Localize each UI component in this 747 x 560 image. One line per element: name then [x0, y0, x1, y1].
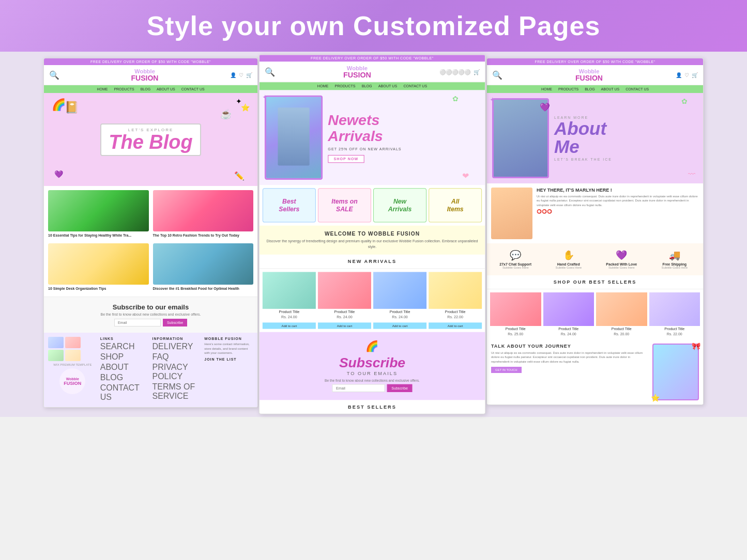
feature-love-sub: Subtitle Goes Here: [598, 266, 645, 269]
feature-shipping: 🚚 Free Shipping Subtitle Goes Here: [649, 246, 700, 272]
center-add-cart-3[interactable]: Add to cart: [373, 322, 426, 329]
columns-wrapper: FREE DELIVERY OVER ORDER OF $50 WITH COD…: [0, 52, 747, 417]
category-best-sellers[interactable]: BestSellers: [263, 188, 316, 222]
journey-content: Ut nisi ut aliquip ex ea commodo consequ…: [491, 351, 647, 364]
center-nav-about[interactable]: ABOUT US: [378, 84, 397, 88]
about-hero-img: 💜: [492, 98, 549, 178]
about-best-sellers-title: SHOP OUR BEST SELLERS: [487, 275, 703, 289]
center-product-1[interactable]: Product Title Rs. 24.00 Add to cart: [263, 272, 316, 329]
about-product-3[interactable]: Product Title Rs. 20.00: [596, 292, 647, 336]
center-product-price-3: Rs. 24.00: [373, 315, 426, 319]
about-product-1[interactable]: Product Title Rs. 25.00: [490, 292, 541, 336]
footer-delivery[interactable]: DELIVERY: [153, 342, 202, 351]
about-nav-about[interactable]: ABOUT US: [601, 87, 620, 91]
center-email-input[interactable]: [332, 384, 385, 392]
nav-about[interactable]: ABOUT US: [157, 87, 175, 91]
about-cart-icon[interactable]: 🛒: [692, 72, 698, 78]
article-card-4[interactable]: Discover the #1 Breakfast Food for Optim…: [153, 243, 254, 292]
blog-hero-title: The Blog: [109, 132, 193, 152]
nav-home[interactable]: HOME: [97, 87, 108, 91]
about-product-price-3: Rs. 20.00: [596, 332, 647, 336]
journey-text: TALK ABOUT YOUR JOURNEY Ut nisi ut aliqu…: [491, 344, 647, 400]
about-nav-contact[interactable]: CONTACT US: [626, 87, 649, 91]
center-person-icon[interactable]: ⚪⚪⚪⚪⚪: [439, 69, 471, 74]
article-card-3[interactable]: 10 Simple Desk Organization Tips: [48, 243, 149, 292]
category-sale[interactable]: Items onSALE: [318, 188, 371, 222]
about-nav-blog[interactable]: BLOG: [585, 87, 594, 91]
center-product-img-2: [318, 272, 371, 308]
blog-nav: HOME PRODUCTS BLOG ABOUT US CONTACT US: [44, 85, 257, 93]
about-logo-fusion: FUSION: [575, 74, 603, 82]
about-person-icon[interactable]: 👤: [676, 72, 682, 78]
welcome-title: WELCOME TO WOBBLE FUSION: [265, 231, 480, 237]
about-nav: HOME PRODUCTS BLOG ABOUT US CONTACT US: [487, 85, 703, 93]
blog-footer-images: WIX PREMIUM TEMPLATE Wobble FUSION: [48, 337, 97, 403]
center-subscribe-section: 🌈 Subscribe TO OUR EMAILS Be the first t…: [260, 332, 485, 400]
footer-terms[interactable]: TERMS OF SERVICE: [153, 382, 202, 401]
about-header: 🔍 Wobble FUSION 👤 ♡ 🛒: [487, 65, 703, 85]
center-nav-blog[interactable]: BLOG: [362, 84, 372, 88]
feature-shipping-title: Free Shipping: [651, 262, 698, 266]
about-product-2[interactable]: Product Title Rs. 24.00: [543, 292, 594, 336]
about-text-area: LEARN MORE About Me LET'S BREAK THE ICE: [554, 116, 698, 161]
about-search-icon[interactable]: 🔍: [492, 70, 502, 80]
nav-products[interactable]: PRODUCTS: [114, 87, 134, 91]
blog-hero-section: 🌈 ✦ 💜 ⭐ ✏️ 📔 ☕ LET'S EXPLORE The Blog: [44, 93, 257, 186]
center-subscribe-button[interactable]: Subscribe: [387, 384, 412, 392]
article-card-1[interactable]: 10 Essential Tips for Staying Healthy Wh…: [48, 190, 149, 239]
heart-icon[interactable]: ♡: [239, 72, 243, 78]
center-add-cart-2[interactable]: Add to cart: [318, 322, 371, 329]
get-in-touch-button[interactable]: GET IN TOUCH: [491, 367, 522, 373]
center-add-cart-4[interactable]: Add to cart: [429, 322, 482, 329]
blog-footer-info: INFORMATION DELIVERY FAQ PRIVACY POLICY …: [153, 337, 202, 403]
nav-blog[interactable]: BLOG: [141, 87, 150, 91]
footer-link-about[interactable]: ABOUT: [100, 363, 149, 372]
about-product-img-2: [543, 292, 594, 326]
article-card-2[interactable]: The Top 10 Retro Fashion Trends to Try O…: [153, 190, 254, 239]
about-bio-text: HEY THERE, IT'S MARLYN HERE ! Ut nisi ut…: [537, 188, 699, 214]
blog-email-input[interactable]: [114, 319, 161, 326]
about-product-title-4: Product Title: [649, 326, 700, 332]
about-heart-icon[interactable]: ♡: [684, 72, 689, 78]
center-nav-contact[interactable]: CONTACT US: [403, 84, 427, 88]
center-nav-products[interactable]: PRODUCTS: [334, 84, 355, 88]
bio-name: HEY THERE, IT'S MARLYN HERE !: [537, 188, 699, 193]
about-product-price-1: Rs. 25.00: [490, 332, 541, 336]
footer-link-search[interactable]: SEARCH: [100, 342, 149, 351]
center-product-4[interactable]: Product Title Rs. 22.00 Add to cart: [429, 272, 482, 329]
center-hero-section: ✦ ✿ ❤ Newets Arrivals GET 25% OFF ON NEW…: [260, 90, 485, 185]
category-all-items[interactable]: AllItems: [429, 188, 482, 222]
nav-contact[interactable]: CONTACT US: [181, 87, 205, 91]
center-add-cart-1[interactable]: Add to cart: [263, 322, 316, 329]
center-cart-icon[interactable]: 🛒: [474, 69, 480, 74]
about-nav-home[interactable]: HOME: [541, 87, 552, 91]
footer-faq[interactable]: FAQ: [153, 352, 202, 362]
about-product-4[interactable]: Product Title Rs. 22.00: [649, 292, 700, 336]
center-product-price-2: Rs. 24.00: [318, 315, 371, 319]
about-product-img-4: [649, 292, 700, 326]
search-icon[interactable]: 🔍: [49, 70, 59, 80]
center-page-mockup: FREE DELIVERY OVER ORDER OF $50 WITH COD…: [259, 54, 486, 414]
footer-privacy[interactable]: PRIVACY POLICY: [153, 363, 202, 381]
footer-link-shop[interactable]: SHOP: [100, 352, 149, 362]
center-hero-text: Newets Arrivals GET 25% OFF ON NEW ARRIV…: [328, 113, 480, 163]
about-nav-products[interactable]: PRODUCTS: [558, 87, 578, 91]
shipping-icon: 🚚: [651, 250, 698, 261]
center-product-3[interactable]: Product Title Rs. 24.00 Add to cart: [373, 272, 426, 329]
about-announcement: FREE DELIVERY OVER ORDER OF $50 WITH COD…: [487, 58, 703, 65]
shop-now-button[interactable]: SHOP NOW: [328, 155, 364, 163]
about-product-price-2: Rs. 24.00: [543, 332, 594, 336]
center-nav-home[interactable]: HOME: [317, 84, 328, 88]
category-new-arrivals[interactable]: NewArrivals: [373, 188, 426, 222]
about-bio-img: [491, 188, 532, 239]
center-product-2[interactable]: Product Title Rs. 24.00 Add to cart: [318, 272, 371, 329]
person-icon[interactable]: 👤: [230, 72, 236, 78]
center-product-img-4: [429, 272, 482, 308]
cart-icon[interactable]: 🛒: [246, 72, 252, 78]
blog-subscribe-button[interactable]: Subscribe: [163, 319, 187, 326]
blog-hero-content: 📔 ☕ LET'S EXPLORE The Blog: [49, 123, 252, 156]
journey-img: 🎀 ⭐: [652, 344, 699, 400]
footer-link-blog[interactable]: BLOG: [100, 373, 149, 382]
footer-link-contact[interactable]: CONTACT US: [100, 383, 149, 402]
center-search-icon[interactable]: 🔍: [265, 67, 275, 76]
